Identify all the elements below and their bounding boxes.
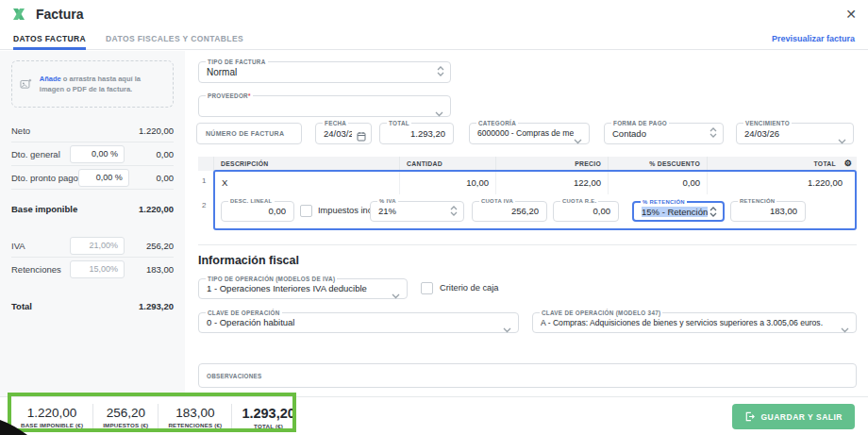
row-value: 1.293,20	[139, 301, 174, 311]
field-value: 0,00	[558, 202, 610, 221]
cuota-iva-input[interactable]: CUOTA IVA 256,20	[472, 201, 547, 222]
field-value: 15% - Retención por ac	[642, 207, 708, 217]
summary-row-retenciones: Retenciones 15,00% 183,00	[11, 258, 174, 281]
criterio-de-caja-label: Criterio de caja	[440, 283, 499, 293]
file-dropzone[interactable]: Añade o arrastra hasta aquí la imagen o …	[11, 60, 174, 108]
stepper-icon[interactable]	[709, 207, 717, 217]
criterio-de-caja-checkbox[interactable]	[421, 282, 433, 294]
stat-retenciones: 183,00 RETENCIONES (€)	[158, 404, 231, 428]
vencimiento-select[interactable]: VENCIMIENTO 24/03/26	[736, 123, 854, 144]
invoice-form: TIPO DE FACTURA Normal PROVEEDOR* NÚMERO…	[185, 50, 868, 396]
dto-general-input[interactable]: 0,00 %	[70, 145, 125, 163]
observaciones-input[interactable]: OBSERVACIONES	[198, 363, 857, 388]
gear-icon[interactable]: ⚙	[844, 159, 852, 169]
field-value: 1.293,20	[384, 124, 445, 143]
summary-row-neto: Neto 1.220,00	[11, 119, 174, 142]
item-precio[interactable]: 122,00	[495, 172, 608, 194]
fecha-input[interactable]: FECHA 24/03/26	[315, 123, 372, 144]
col-precio: PRECIO	[495, 157, 608, 171]
iva-pct-select[interactable]: % IVA 21%	[370, 201, 464, 222]
col-descripcion: DESCRIPCIÓN	[213, 157, 399, 171]
invoice-modal: Factura ✕ DATOS FACTURA DATOS FISCALES Y…	[0, 0, 868, 435]
tab-datos-fiscales[interactable]: DATOS FISCALES Y CONTABLES	[106, 28, 243, 50]
field-value: 256,20	[476, 202, 539, 221]
item-descripcion[interactable]: X	[215, 172, 399, 194]
total-input[interactable]: TOTAL 1.293,20	[379, 123, 454, 144]
retenciones-pct-input[interactable]: 15,00%	[70, 260, 125, 278]
col-total: TOTAL⚙	[707, 157, 857, 171]
chevron-down-icon	[392, 286, 400, 303]
field-value: Contado	[612, 124, 704, 143]
tipo-de-factura-select[interactable]: TIPO DE FACTURA Normal	[198, 61, 451, 83]
field-value: 24/03/26	[324, 124, 352, 143]
summary-row-base-imponible: Base imponible 1.220,00	[11, 197, 174, 221]
row-value: 183,00	[125, 264, 174, 275]
row-number: 2	[202, 201, 206, 209]
totals-sidebar: Añade o arrastra hasta aquí la imagen o …	[0, 51, 185, 396]
row-label: IVA	[11, 241, 25, 251]
section-divider	[198, 244, 857, 245]
clave-operacion-347-select[interactable]: CLAVE DE OPERACIÓN (MODELO 347) A - Comp…	[532, 312, 857, 333]
chevron-down-icon	[838, 131, 846, 148]
retencion-pct-select[interactable]: % RETENCIÓN 15% - Retención por ac	[632, 201, 725, 222]
stepper-icon[interactable]	[709, 127, 717, 138]
calendar-icon[interactable]	[357, 128, 366, 145]
app-logo-icon	[11, 7, 26, 22]
field-value: 0 - Operación habitual	[207, 313, 501, 332]
stepper-icon[interactable]	[450, 206, 458, 216]
close-icon[interactable]: ✕	[845, 6, 857, 23]
field-value: 6000000 - Compras de mercaderí	[477, 124, 574, 143]
totals-summary: Neto 1.220,00 Dto. general 0,00 % 0,00 D…	[11, 119, 174, 318]
summary-row-iva: IVA 21,00% 256,20	[11, 234, 174, 258]
forma-de-pago-select[interactable]: FORMA DE PAGO Contado	[604, 123, 724, 144]
cuota-re-input[interactable]: CUOTA R.E. 0,00	[553, 201, 619, 222]
stat-value: 1.220,00	[21, 406, 83, 420]
footer-totals: 1.220,00 BASE IMPONIBLE (€) 256,20 IMPUE…	[11, 397, 305, 435]
field-value: 21%	[378, 202, 444, 221]
retencion-input[interactable]: RETENCIÓN 183,00	[730, 201, 806, 222]
stat-label: BASE IMPONIBLE (€)	[21, 422, 83, 428]
stat-value: 183,00	[168, 406, 222, 420]
row-label: Neto	[11, 125, 30, 136]
iva-pct-input[interactable]: 21,00%	[70, 237, 125, 255]
page-title: Factura	[36, 7, 84, 22]
numero-de-factura-input[interactable]: NÚMERO DE FACTURA	[196, 123, 302, 144]
stat-base-imponible: 1.220,00 BASE IMPONIBLE (€)	[11, 404, 92, 428]
summary-row-total: Total 1.293,20	[11, 294, 174, 318]
item-cantidad[interactable]: 10,00	[399, 172, 495, 194]
row-label: Base imponible	[11, 204, 77, 214]
stat-label: IMPUESTOS (€)	[103, 422, 148, 428]
field-value: 183,00	[735, 202, 797, 221]
categoria-select[interactable]: CATEGORÍA 6000000 - Compras de mercaderí	[469, 123, 590, 144]
exit-icon	[744, 411, 755, 422]
row-label: Total	[11, 301, 32, 311]
field-value: 0,00	[225, 202, 286, 221]
save-and-exit-button[interactable]: GUARDAR Y SALIR	[732, 404, 855, 429]
add-image-icon	[20, 75, 32, 92]
stat-value: 1.293,20	[242, 406, 294, 421]
chevron-down-icon	[574, 131, 582, 148]
field-value: 1 - Operaciones Interiores IVA deducible	[207, 279, 390, 298]
row-value: 1.220,00	[139, 204, 174, 214]
dto-pronto-pago-input[interactable]: 0,00 %	[78, 169, 129, 187]
chevron-down-icon	[503, 320, 511, 337]
stat-label: TOTAL (€)	[242, 423, 294, 429]
tipo-operacion-select[interactable]: TIPO DE OPERACIÓN (MODELOS DE IVA) 1 - O…	[198, 278, 408, 299]
stat-value: 256,20	[103, 406, 148, 420]
preview-invoice-link[interactable]: Previsualizar factura	[772, 28, 855, 50]
impuestos-incluidos-checkbox[interactable]	[300, 205, 312, 217]
stat-total: 1.293,20 TOTAL (€)	[231, 404, 304, 429]
proveedor-select[interactable]: PROVEEDOR*	[198, 95, 451, 117]
tab-datos-factura[interactable]: DATOS FACTURA	[13, 28, 86, 50]
fiscal-section-heading: Información fiscal	[198, 254, 299, 267]
item-descuento[interactable]: 0,00	[608, 172, 707, 194]
desc-lineal-input[interactable]: DESC. LINEAL 0,00	[221, 201, 294, 222]
dropzone-add-link[interactable]: Añade	[40, 75, 61, 83]
row-label: Retenciones	[11, 264, 61, 275]
save-button-label: GUARDAR Y SALIR	[760, 412, 843, 422]
tab-bar: DATOS FACTURA DATOS FISCALES Y CONTABLES…	[0, 28, 868, 50]
stepper-icon[interactable]	[437, 66, 444, 76]
row-label: Dto. general	[11, 149, 60, 159]
item-total[interactable]: 1.220,00	[707, 172, 849, 194]
clave-operacion-select[interactable]: CLAVE DE OPERACIÓN 0 - Operación habitua…	[198, 312, 519, 333]
